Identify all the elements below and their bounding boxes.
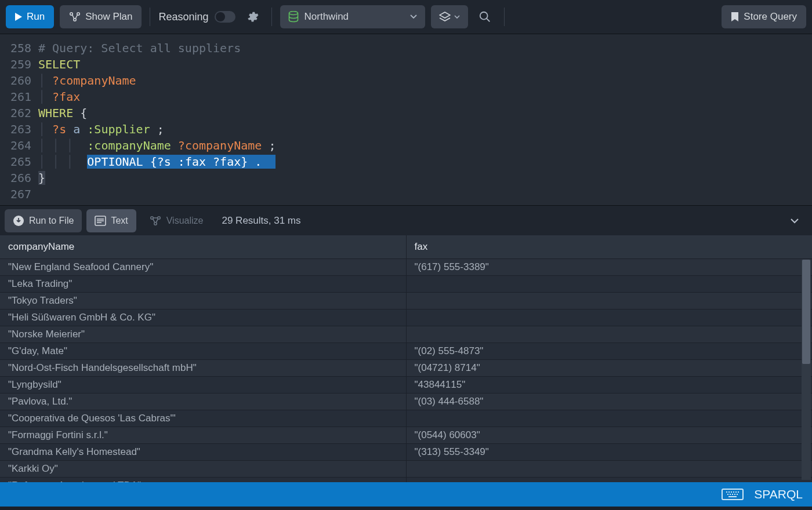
svg-line-9 xyxy=(486,19,489,21)
svg-rect-29 xyxy=(732,494,733,495)
database-select[interactable]: Northwind xyxy=(280,5,425,28)
svg-point-6 xyxy=(289,12,298,15)
reasoning-toggle-group: Reasoning xyxy=(158,11,235,23)
column-header[interactable]: companyName xyxy=(0,235,406,259)
divider xyxy=(504,8,505,26)
results-summary: 29 Results, 31 ms xyxy=(222,215,300,227)
table-row[interactable]: "Karkki Oy" xyxy=(0,461,812,478)
svg-point-8 xyxy=(480,12,487,20)
svg-rect-23 xyxy=(731,491,732,493)
cell-companyName[interactable]: "Lyngbysild" xyxy=(0,377,406,394)
cell-companyName[interactable]: "Heli Süßwaren GmbH & Co. KG" xyxy=(0,309,406,326)
cell-fax[interactable] xyxy=(406,410,812,427)
table-row[interactable]: "Heli Süßwaren GmbH & Co. KG" xyxy=(0,309,812,326)
editor-code[interactable]: # Query: Select all suppliersSELECT│ ?co… xyxy=(38,40,812,205)
cell-fax[interactable] xyxy=(406,276,812,293)
svg-rect-24 xyxy=(733,491,734,493)
cell-fax[interactable]: "(03) 444-6588" xyxy=(406,394,812,410)
cell-fax[interactable]: "(04721) 8714" xyxy=(406,360,812,377)
cell-companyName[interactable]: "Formaggi Fortini s.r.l." xyxy=(0,427,406,444)
results-scrollbar[interactable] xyxy=(802,260,811,480)
table-row[interactable]: "Lyngbysild""43844115" xyxy=(0,377,812,394)
reasoning-label: Reasoning xyxy=(158,11,208,23)
svg-line-18 xyxy=(153,218,155,223)
cell-fax[interactable]: "43844115" xyxy=(406,377,812,394)
table-row[interactable]: "Pavlova, Ltd.""(03) 444-6588" xyxy=(0,394,812,410)
download-circle-icon xyxy=(13,215,24,227)
database-icon xyxy=(288,11,299,23)
run-to-file-label: Run to File xyxy=(29,216,74,226)
editor-gutter: 258259260261262263264265266267 xyxy=(0,40,38,205)
database-name: Northwind xyxy=(304,11,349,23)
cell-companyName[interactable]: "Nord-Ost-Fisch Handelsgesellschaft mbH" xyxy=(0,360,406,377)
toolbar: Run Show Plan Reasoning xyxy=(0,0,812,34)
cell-companyName[interactable]: "Cooperativa de Quesos 'Las Cabras'" xyxy=(0,410,406,427)
cell-fax[interactable]: "(02) 555-4873" xyxy=(406,343,812,360)
cell-fax[interactable]: "(313) 555-3349" xyxy=(406,444,812,461)
cell-companyName[interactable]: "New England Seafood Cannery" xyxy=(0,259,406,276)
search-icon[interactable] xyxy=(474,10,496,23)
layers-icon xyxy=(439,12,451,22)
store-query-button[interactable]: Store Query xyxy=(722,5,806,28)
table-row[interactable]: "G'day, Mate""(02) 555-4873" xyxy=(0,343,812,360)
column-header[interactable]: fax xyxy=(406,235,812,259)
table-row[interactable]: "Grandma Kelly's Homestead""(313) 555-33… xyxy=(0,444,812,461)
editor[interactable]: 258259260261262263264265266267 # Query: … xyxy=(0,34,812,205)
layers-button[interactable] xyxy=(431,5,468,28)
results-collapse-button[interactable] xyxy=(782,216,807,226)
language-indicator[interactable]: SPARQL xyxy=(754,487,803,501)
chevron-down-icon xyxy=(410,14,417,19)
bottom-gap xyxy=(0,507,812,510)
visualize-button[interactable]: Visualize xyxy=(141,209,212,232)
status-bar: SPARQL xyxy=(0,482,812,507)
table-row[interactable]: "Refrescos Americanas LTDA" xyxy=(0,478,812,483)
cell-fax[interactable] xyxy=(406,326,812,343)
table-row[interactable]: "New England Seafood Cannery""(617) 555-… xyxy=(0,259,812,276)
graph-nodes-icon xyxy=(149,215,162,227)
text-view-button[interactable]: Text xyxy=(86,209,136,232)
gear-icon[interactable] xyxy=(241,10,263,23)
table-row[interactable]: "Cooperativa de Quesos 'Las Cabras'" xyxy=(0,410,812,427)
results-wrap: companyName fax "New England Seafood Can… xyxy=(0,235,812,482)
cell-companyName[interactable]: "Pavlova, Ltd." xyxy=(0,394,406,410)
svg-rect-21 xyxy=(726,491,727,493)
toolbar-right: Store Query xyxy=(722,5,806,28)
divider xyxy=(271,8,272,26)
svg-rect-32 xyxy=(728,496,737,497)
run-to-file-button[interactable]: Run to File xyxy=(5,209,82,232)
play-icon xyxy=(15,13,22,21)
cell-fax[interactable] xyxy=(406,309,812,326)
cell-companyName[interactable]: "Tokyo Traders" xyxy=(0,293,406,309)
cell-companyName[interactable]: "Karkki Oy" xyxy=(0,461,406,478)
cell-fax[interactable] xyxy=(406,461,812,478)
svg-rect-26 xyxy=(738,491,739,493)
store-query-label: Store Query xyxy=(744,11,797,23)
cell-companyName[interactable]: "G'day, Mate" xyxy=(0,343,406,360)
cell-companyName[interactable]: "Leka Trading" xyxy=(0,276,406,293)
table-row[interactable]: "Tokyo Traders" xyxy=(0,293,812,309)
keyboard-icon[interactable] xyxy=(722,489,744,500)
run-button-label: Run xyxy=(27,11,45,23)
cell-fax[interactable]: "(0544) 60603" xyxy=(406,427,812,444)
scrollbar-thumb[interactable] xyxy=(802,260,810,364)
show-plan-button[interactable]: Show Plan xyxy=(60,5,142,28)
table-row[interactable]: "Nord-Ost-Fisch Handelsgesellschaft mbH"… xyxy=(0,360,812,377)
svg-rect-22 xyxy=(728,491,730,493)
table-row[interactable]: "Leka Trading" xyxy=(0,276,812,293)
visualize-label: Visualize xyxy=(166,216,204,226)
run-button[interactable]: Run xyxy=(6,5,54,28)
cell-fax[interactable] xyxy=(406,293,812,309)
reasoning-toggle[interactable] xyxy=(215,11,235,23)
plan-graph-icon xyxy=(69,12,81,22)
results-bar: Run to File Text Visualize 29 Results xyxy=(0,205,812,235)
show-plan-label: Show Plan xyxy=(85,11,132,23)
cell-companyName[interactable]: "Refrescos Americanas LTDA" xyxy=(0,478,406,483)
cell-fax[interactable]: "(617) 555-3389" xyxy=(406,259,812,276)
cell-companyName[interactable]: "Grandma Kelly's Homestead" xyxy=(0,444,406,461)
svg-rect-27 xyxy=(727,494,728,495)
svg-marker-7 xyxy=(440,12,450,18)
cell-fax[interactable] xyxy=(406,478,812,483)
table-row[interactable]: "Norske Meierier" xyxy=(0,326,812,343)
table-row[interactable]: "Formaggi Fortini s.r.l.""(0544) 60603" xyxy=(0,427,812,444)
cell-companyName[interactable]: "Norske Meierier" xyxy=(0,326,406,343)
